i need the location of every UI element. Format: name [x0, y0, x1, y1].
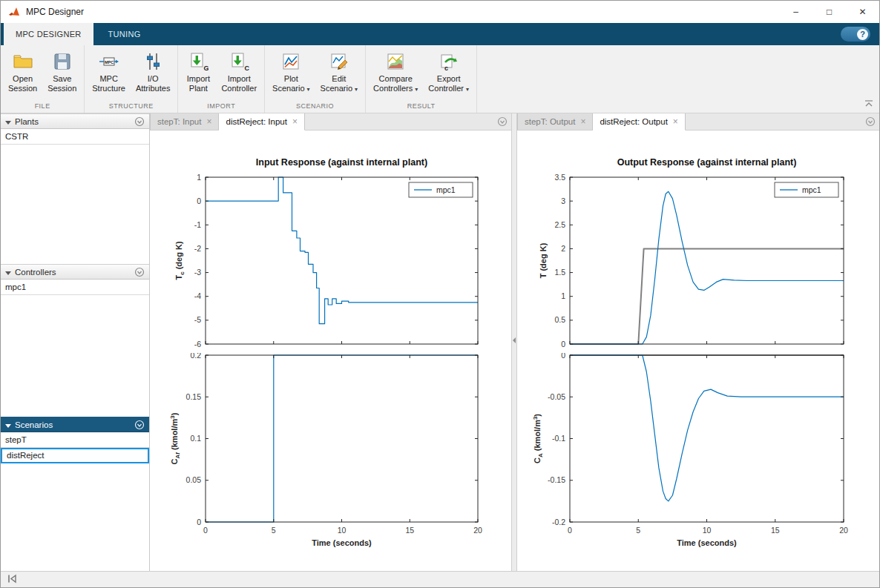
- svg-text:3: 3: [561, 196, 565, 205]
- tab-actions-icon[interactable]: [497, 116, 508, 130]
- open-session-button[interactable]: Open Session: [3, 45, 42, 93]
- svg-text:0.1: 0.1: [190, 434, 201, 443]
- list-item-distReject[interactable]: distReject: [1, 448, 149, 463]
- button-label: MPC: [99, 74, 117, 84]
- close-icon[interactable]: ×: [673, 116, 678, 127]
- tab-actions-icon[interactable]: [865, 116, 876, 130]
- input-response-top-plot[interactable]: -6-5-4-3-2-101Input Response (against in…: [150, 131, 511, 353]
- io-attributes-icon: [142, 50, 164, 73]
- panel-actions-icon[interactable]: [134, 420, 145, 430]
- plot-scenario-icon: [280, 50, 302, 73]
- panel-title: Plants: [15, 117, 39, 126]
- close-button[interactable]: ✕: [846, 1, 879, 23]
- io-attributes-button[interactable]: I/O Attributes: [131, 45, 175, 93]
- svg-text:0: 0: [203, 526, 208, 535]
- help-icon: ?: [857, 29, 868, 40]
- svg-text:0.15: 0.15: [186, 392, 202, 401]
- list-item-cstr[interactable]: CSTR: [1, 129, 149, 145]
- close-icon[interactable]: ×: [292, 116, 298, 127]
- collapse-toolstrip-button[interactable]: [864, 96, 873, 110]
- tab-stepT-input[interactable]: stepT: Input ×: [150, 113, 219, 130]
- save-session-icon: [51, 50, 73, 73]
- list-item-stepT[interactable]: stepT: [1, 432, 149, 448]
- titlebar: MPC Designer – □ ✕: [1, 1, 879, 23]
- button-label: Session: [8, 84, 37, 93]
- button-label: Controllers ▾: [373, 84, 418, 95]
- svg-text:-0.15: -0.15: [548, 475, 565, 484]
- panel-scenarios: Scenarios stepT distReject: [1, 417, 149, 571]
- minimize-button[interactable]: –: [779, 1, 812, 23]
- plants-list: CSTR: [1, 129, 149, 264]
- section-label: SCENARIO: [267, 102, 363, 113]
- button-label: Plot: [284, 74, 298, 84]
- tab-distReject-input[interactable]: distReject: Input ×: [219, 113, 304, 131]
- svg-text:5: 5: [272, 526, 276, 535]
- maximize-button[interactable]: □: [812, 1, 846, 23]
- tab-distReject-output[interactable]: distReject: Output ×: [593, 113, 685, 131]
- collapse-left-icon[interactable]: [7, 573, 18, 587]
- button-label: Import: [187, 74, 210, 84]
- scenarios-list: stepT distReject: [1, 432, 149, 571]
- ribbon-tab-mpc-designer[interactable]: MPC DESIGNER: [4, 23, 93, 45]
- help-button[interactable]: ?: [841, 27, 870, 42]
- output-response-bottom-plot[interactable]: -0.2-0.15-0.1-0.05005101520Time (seconds…: [517, 353, 880, 572]
- list-item-mpc1[interactable]: mpc1: [1, 280, 149, 295]
- svg-text:mpc1: mpc1: [802, 185, 821, 194]
- button-label: Scenario ▾: [321, 84, 358, 95]
- button-label-text: Controllers: [373, 84, 413, 93]
- panel-header-controllers[interactable]: Controllers: [1, 264, 149, 280]
- close-icon[interactable]: ×: [206, 116, 211, 127]
- svg-text:0.2: 0.2: [190, 353, 201, 360]
- panel-actions-icon[interactable]: [134, 267, 145, 277]
- edit-scenario-button[interactable]: Edit Scenario ▾: [315, 45, 364, 94]
- import-plant-button[interactable]: G Import Plant: [180, 45, 216, 93]
- button-label: Plant: [189, 84, 208, 93]
- svg-text:mpc1: mpc1: [436, 185, 456, 194]
- svg-text:-4: -4: [194, 291, 201, 300]
- section-label: IMPORT: [180, 102, 262, 113]
- mpc-structure-button[interactable]: MPC MPC Structure: [87, 45, 131, 93]
- svg-text:15: 15: [771, 526, 780, 535]
- import-plant-icon: G: [187, 50, 209, 73]
- group-splitter[interactable]: [511, 113, 517, 571]
- chevron-down-icon: [5, 420, 11, 429]
- import-controller-button[interactable]: C Import Controller: [216, 45, 262, 93]
- ribbon-tab-tuning[interactable]: TUNING: [96, 23, 153, 45]
- svg-text:10: 10: [703, 526, 712, 535]
- status-bar: [1, 571, 879, 587]
- dropdown-arrow-icon: ▾: [355, 86, 358, 93]
- svg-text:T (deg K): T (deg K): [539, 242, 548, 278]
- plot-scenario-button[interactable]: Plot Scenario ▾: [267, 45, 315, 94]
- svg-text:-0.2: -0.2: [552, 518, 565, 526]
- svg-text:10: 10: [338, 526, 347, 535]
- close-icon[interactable]: ×: [580, 116, 585, 127]
- panel-header-plants[interactable]: Plants: [1, 113, 149, 129]
- toolbar-section-scenario: Plot Scenario ▾ Edit Scenario ▾ SCENARIO: [265, 45, 366, 113]
- tab-label: distReject: Output: [600, 117, 667, 126]
- matlab-logo-icon: [8, 6, 20, 18]
- tab-label: distReject: Input: [226, 117, 286, 126]
- input-response-bottom-plot[interactable]: 00.050.10.150.205101520Time (seconds)CAf…: [150, 353, 511, 572]
- section-label: RESULT: [368, 102, 474, 113]
- tab-stepT-output[interactable]: stepT: Output ×: [517, 113, 593, 130]
- panel-actions-icon[interactable]: [134, 116, 145, 127]
- svg-text:CAf (kmol/m3): CAf (kmol/m3): [169, 412, 181, 464]
- panel-header-scenarios[interactable]: Scenarios: [1, 417, 149, 432]
- button-label: Open: [13, 74, 33, 84]
- svg-text:C: C: [245, 65, 250, 72]
- output-tab-bar: stepT: Output × distReject: Output ×: [517, 113, 879, 131]
- svg-text:2.5: 2.5: [554, 220, 565, 229]
- panel-plants: Plants CSTR: [1, 113, 149, 264]
- dropdown-arrow-icon: ▾: [307, 86, 310, 93]
- output-response-top-plot[interactable]: 00.511.522.533.5Output Response (against…: [517, 131, 880, 353]
- output-response-figure: 00.511.522.533.5Output Response (against…: [517, 131, 879, 571]
- export-controller-button[interactable]: c Export Controller ▾: [423, 45, 474, 94]
- svg-text:2: 2: [561, 244, 565, 253]
- svg-text:1: 1: [561, 291, 565, 300]
- button-label: Structure: [92, 84, 125, 93]
- save-session-button[interactable]: Save Session: [42, 45, 82, 93]
- open-session-icon: [12, 50, 34, 73]
- compare-controllers-button[interactable]: Compare Controllers ▾: [368, 45, 423, 94]
- tab-label: stepT: Output: [525, 117, 575, 126]
- button-label: Controller: [221, 84, 257, 93]
